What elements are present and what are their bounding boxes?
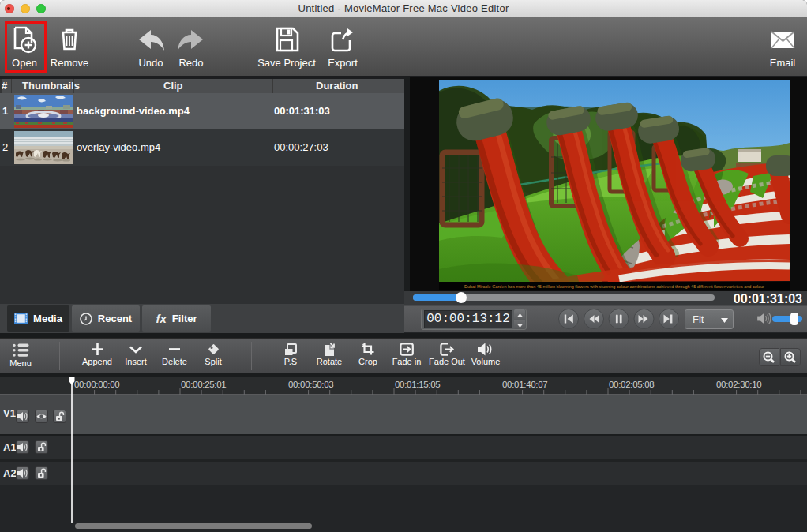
svg-text:Dubai Miracle Garden has more: Dubai Miracle Garden has more than 45 mi… — [464, 284, 764, 289]
